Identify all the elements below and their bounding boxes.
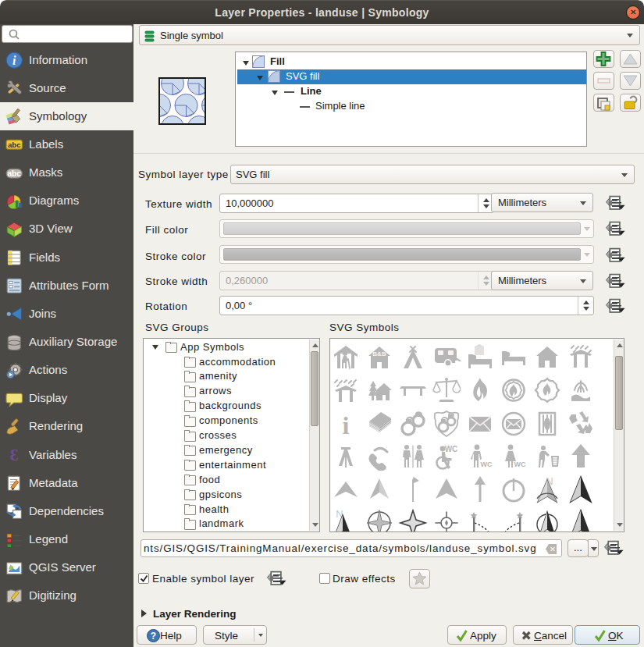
- svg-text:abc: abc: [8, 140, 21, 149]
- svg-text:B&B: B&B: [372, 350, 386, 357]
- svg-text:?: ?: [151, 631, 156, 642]
- svg-text:Ɛ: Ɛ: [10, 446, 19, 464]
- svg-text:i: i: [343, 411, 350, 438]
- svg-text:i: i: [12, 54, 16, 67]
- svg-text:WC: WC: [445, 445, 458, 453]
- svg-text:WC: WC: [481, 460, 493, 468]
- svg-text:WC: WC: [514, 460, 526, 468]
- svg-text:abc: abc: [7, 169, 21, 177]
